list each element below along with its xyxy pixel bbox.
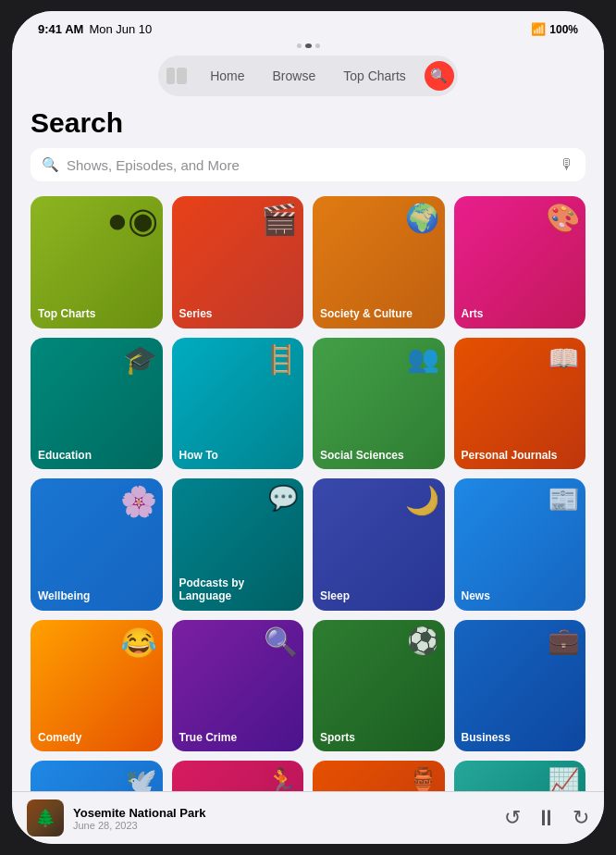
categories-grid: ●◉ Top Charts 🎬 Series 🌍 Society & Cultu… xyxy=(31,196,585,791)
series-icon: 🎬 xyxy=(261,202,298,237)
tile-sports[interactable]: ⚽ Sports xyxy=(313,620,445,752)
status-time: 9:41 AM xyxy=(38,22,83,36)
search-nav-icon: 🔍 xyxy=(430,68,448,84)
nav-top-charts-button[interactable]: Top Charts xyxy=(330,63,419,89)
player-thumbnail[interactable]: 🌲 xyxy=(27,799,64,836)
tile-health-fitness[interactable]: 🏃 Health & Fitness xyxy=(172,761,304,791)
player-play-pause-button[interactable]: ⏸ xyxy=(536,805,558,831)
tile-label: Sports xyxy=(320,731,355,744)
personal-journals-icon: 📖 xyxy=(548,343,580,374)
status-right: 📶 100% xyxy=(531,22,578,36)
religion-spirituality-icon: 🕊️ xyxy=(125,766,157,791)
svg-rect-1 xyxy=(177,68,187,84)
tile-top-charts[interactable]: ●◉ Top Charts xyxy=(31,196,163,328)
wellbeing-icon: 🌸 xyxy=(120,484,157,519)
true-crime-icon: 🔍 xyxy=(264,626,298,658)
tile-label: Social Sciences xyxy=(320,449,404,462)
tile-personal-journals[interactable]: 📖 Personal Journals xyxy=(454,338,586,470)
dot xyxy=(315,43,320,48)
society-culture-icon: 🌍 xyxy=(405,202,439,234)
sports-icon: ⚽ xyxy=(407,626,439,656)
search-placeholder: Shows, Episodes, and More xyxy=(67,157,552,173)
tile-label: Society & Culture xyxy=(320,307,413,320)
device-frame: 9:41 AM Mon Jun 10 📶 100% Home Browse To… xyxy=(12,11,604,844)
search-bar[interactable]: 🔍 Shows, Episodes, and More 🎙 xyxy=(31,148,585,181)
tile-comedy[interactable]: 😂 Comedy xyxy=(31,620,163,752)
podcasts-by-language-icon: 💬 xyxy=(268,484,298,513)
education-icon: 🎓 xyxy=(123,343,157,376)
tile-label: Sleep xyxy=(320,589,350,602)
tile-business[interactable]: 💼 Business xyxy=(454,620,586,752)
player-replay-button[interactable]: ↺ xyxy=(504,806,521,830)
tile-podcasts-by-language[interactable]: 💬 Podcasts by Language xyxy=(172,478,304,611)
tile-label: True Crime xyxy=(179,731,238,744)
player-title: Yosemite National Park xyxy=(73,806,504,820)
tile-label: Wellbeing xyxy=(38,589,90,602)
nav-home-button[interactable]: Home xyxy=(197,63,257,89)
tile-social-sciences[interactable]: 👥 Social Sciences xyxy=(313,338,445,470)
tile-wellbeing[interactable]: 🌸 Wellbeing xyxy=(31,478,163,611)
player-forward-button[interactable]: ↻ xyxy=(573,806,589,830)
sleep-icon: 🌙 xyxy=(405,484,439,516)
tile-self-improvement[interactable]: 📈 Self-Improvement xyxy=(454,761,586,791)
search-icon: 🔍 xyxy=(42,156,59,173)
player-info: Yosemite National Park June 28, 2023 xyxy=(73,806,504,831)
mic-icon[interactable]: 🎙 xyxy=(560,156,574,173)
tile-label: Business xyxy=(462,731,511,744)
tile-label: News xyxy=(462,589,490,602)
tile-society-culture[interactable]: 🌍 Society & Culture xyxy=(313,196,445,328)
tile-religion-spirituality[interactable]: 🕊️ Religion & Spirituality xyxy=(31,761,163,791)
comedy-icon: 😂 xyxy=(120,626,157,661)
sidebar-toggle-button[interactable] xyxy=(162,61,191,91)
top-charts-icon: ●◉ xyxy=(107,200,159,241)
tile-label: Personal Journals xyxy=(462,449,558,462)
player-subtitle: June 28, 2023 xyxy=(73,820,504,831)
tile-true-crime[interactable]: 🔍 True Crime xyxy=(172,620,304,752)
tile-sleep[interactable]: 🌙 Sleep xyxy=(313,478,445,611)
player-bar: 🌲 Yosemite National Park June 28, 2023 ↺… xyxy=(12,791,604,844)
nav-browse-button[interactable]: Browse xyxy=(259,63,328,89)
tile-how-to[interactable]: 🪜 How To xyxy=(172,338,304,470)
dot-active xyxy=(305,43,312,48)
tile-label: Series xyxy=(179,307,213,320)
tile-history[interactable]: 🏺 History xyxy=(313,761,445,791)
tile-label: How To xyxy=(179,449,218,462)
social-sciences-icon: 👥 xyxy=(407,343,439,374)
tile-label: Comedy xyxy=(38,731,81,744)
battery-text: 100% xyxy=(549,23,578,36)
wifi-icon: 📶 xyxy=(531,22,546,36)
content-area: Search 🔍 Shows, Episodes, and More 🎙 ●◉ … xyxy=(12,104,604,791)
self-improvement-icon: 📈 xyxy=(548,766,580,791)
health-fitness-icon: 🏃 xyxy=(265,766,298,791)
dots-indicator xyxy=(12,40,604,50)
nav-bar: Home Browse Top Charts 🔍 xyxy=(12,50,604,104)
status-bar: 9:41 AM Mon Jun 10 📶 100% xyxy=(12,11,604,40)
tile-label: Arts xyxy=(462,307,484,320)
history-icon: 🏺 xyxy=(407,766,439,791)
business-icon: 💼 xyxy=(548,626,580,656)
how-to-icon: 🪜 xyxy=(264,343,298,376)
tile-education[interactable]: 🎓 Education xyxy=(31,338,163,470)
nav-search-button[interactable]: 🔍 xyxy=(425,61,454,91)
tile-label: Education xyxy=(38,449,92,462)
player-thumbnail-icon: 🌲 xyxy=(35,808,55,828)
tile-label: Top Charts xyxy=(38,307,95,320)
tile-news[interactable]: 📰 News xyxy=(454,478,586,611)
arts-icon: 🎨 xyxy=(546,202,580,234)
status-date: Mon Jun 10 xyxy=(89,22,152,36)
svg-rect-0 xyxy=(166,68,175,84)
page-title: Search xyxy=(31,107,585,139)
news-icon: 📰 xyxy=(548,484,580,514)
tile-series[interactable]: 🎬 Series xyxy=(172,196,304,328)
player-controls: ↺ ⏸ ↻ xyxy=(504,805,589,831)
dot xyxy=(297,43,302,48)
nav-pill: Home Browse Top Charts 🔍 xyxy=(158,56,458,96)
tile-arts[interactable]: 🎨 Arts xyxy=(454,196,586,328)
tile-label: Podcasts by Language xyxy=(179,576,297,603)
